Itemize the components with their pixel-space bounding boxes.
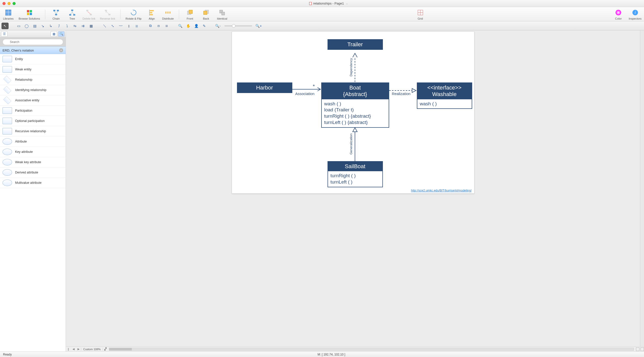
library-close-icon[interactable]: × <box>59 48 63 52</box>
toolbar-color-button[interactable]: Color <box>613 9 624 20</box>
zoom-in-button[interactable]: 🔍+ <box>255 23 262 29</box>
uml-class-trailer[interactable]: Trailer <box>328 39 383 50</box>
toolbar-rotate-flip-button[interactable]: Rotate & Flip <box>126 9 142 20</box>
uml-class-sailboat[interactable]: SailBoat turnRight ( )turnLeft ( ) <box>328 161 383 187</box>
sidebar-tab-search[interactable]: 🔍 <box>58 31 65 37</box>
vertical-scrollbar[interactable] <box>640 30 644 346</box>
library-header[interactable]: ERD, Chen's notation × <box>0 47 66 54</box>
line1-button[interactable]: ＼ <box>101 23 108 29</box>
shape-thumb-icon <box>3 149 12 155</box>
toolbar-chain-button[interactable]: Chain <box>50 9 62 20</box>
pan-button[interactable]: ✋ <box>185 23 192 29</box>
libraries-icon <box>4 9 12 17</box>
shape-item[interactable]: Key attribute <box>0 147 66 157</box>
close-window-icon[interactable] <box>3 2 6 5</box>
search-input[interactable] <box>3 39 63 45</box>
toolbar-label: Back <box>203 17 209 20</box>
pause-icon[interactable]: ‖ <box>66 347 71 351</box>
footer-link[interactable]: http://sce2.umkc.edu/BIT/burrise/pl/mode… <box>411 189 472 192</box>
toolbar-identical-button[interactable]: Identical <box>216 9 228 20</box>
title-dropdown-icon[interactable]: ⌄ <box>346 2 348 5</box>
toolbar-inspectors-button[interactable]: iInspectors <box>629 9 641 20</box>
shape-item[interactable]: Optional participation <box>0 116 66 126</box>
next-page-button[interactable]: ▶ <box>76 347 81 351</box>
prev-page-button[interactable]: ◀ <box>71 347 76 351</box>
minimize-window-icon[interactable] <box>8 2 11 5</box>
ellipse-tool-button[interactable]: ◯ <box>23 23 30 29</box>
sidebar-tab-outline[interactable]: ☰ <box>1 31 8 37</box>
uml-interface-washable[interactable]: <<interface>> Washable wash ( ) <box>417 82 472 109</box>
connector4-button[interactable]: ⤵ <box>63 23 70 29</box>
front-icon <box>186 9 194 17</box>
crop1-button[interactable]: ⧉ <box>147 23 154 29</box>
shape-thumb-icon <box>3 138 12 145</box>
color-icon <box>614 9 622 17</box>
toolbar-tree-button[interactable]: Tree <box>66 9 78 20</box>
shape-label: Participation <box>15 109 32 112</box>
line3-button[interactable]: 〰 <box>117 23 124 29</box>
canvas-page[interactable]: Trailer Harbor Boat {Abstract} <box>232 31 474 194</box>
toolbar-front-button[interactable]: Front <box>184 9 196 20</box>
view-mode-1-icon[interactable] <box>636 347 639 351</box>
line2-button[interactable]: ⤡ <box>109 23 116 29</box>
zoom-stepper-icon[interactable]: ▞ <box>103 347 108 351</box>
toolbar-distribute-button[interactable]: Distribute <box>162 9 174 20</box>
shape-item[interactable]: Associative entity <box>0 95 66 106</box>
label-multiplicity: * <box>313 83 315 89</box>
toolbar-label: Reverse link <box>100 17 115 20</box>
toolbar-label: Distribute <box>162 17 174 20</box>
canvas-scroll[interactable]: Trailer Harbor Boat {Abstract} <box>66 30 640 346</box>
connector3-button[interactable]: ⤴ <box>55 23 62 29</box>
connector1-button[interactable]: ↘ <box>39 23 46 29</box>
shape-item[interactable]: Participation <box>0 106 66 116</box>
shape-item[interactable]: Derived attribute <box>0 167 66 178</box>
sidebar-tab-grid[interactable]: ▦ <box>51 31 57 37</box>
toolbar-back-button[interactable]: Back <box>200 9 212 20</box>
toolbar-label: Browse Solutions <box>19 17 40 20</box>
uml-class-boat[interactable]: Boat {Abstract} wash ( )load (Trailer t)… <box>321 82 389 128</box>
shape-item[interactable]: Multivalue attribute <box>0 178 66 188</box>
rect-tool-button[interactable]: ▭ <box>15 23 22 29</box>
shape-item[interactable]: Weak key attribute <box>0 157 66 167</box>
shape-thumb-icon <box>3 169 12 176</box>
shape-item[interactable]: Recursive relationship <box>0 126 66 137</box>
toolbar-grid-button[interactable]: Grid <box>415 9 426 20</box>
shape-item[interactable]: Weak entity <box>0 64 66 75</box>
stamp-button[interactable]: 👤 <box>193 23 200 29</box>
crop3-button[interactable]: ⧇ <box>163 23 170 29</box>
uml-class-harbor[interactable]: Harbor <box>237 82 292 93</box>
connector7-button[interactable]: ▦ <box>88 23 95 29</box>
connector5-button[interactable]: ⇆ <box>71 23 78 29</box>
tree-icon <box>68 9 76 17</box>
toolbar-align-button[interactable]: Align <box>146 9 157 20</box>
zoom-out-button[interactable]: 🔍- <box>214 23 221 29</box>
toolbar-label: Tree <box>69 17 75 20</box>
shape-item[interactable]: Attribute <box>0 137 66 147</box>
zoom-value[interactable]: Custom 108% <box>81 348 103 351</box>
horizontal-scrollbar[interactable] <box>109 348 634 351</box>
toolbar-libraries-button[interactable]: Libraries <box>3 9 14 20</box>
svg-line-15 <box>88 12 91 14</box>
svg-rect-6 <box>30 13 32 15</box>
zoom-slider[interactable] <box>224 25 252 26</box>
connector6-button[interactable]: ⇉ <box>79 23 87 29</box>
align-icon <box>148 9 156 17</box>
view-mode-2-icon[interactable] <box>640 347 644 351</box>
shape-thumb-icon <box>3 86 11 94</box>
window-title: relationships - Page1 <box>313 2 344 5</box>
eyedropper-button[interactable]: ✎ <box>201 23 208 29</box>
line4-button[interactable]: ⫿ <box>125 23 132 29</box>
connector2-button[interactable]: ↳ <box>47 23 54 29</box>
crop2-button[interactable]: ⧈ <box>155 23 162 29</box>
text-tool-button[interactable]: ▤ <box>31 23 38 29</box>
shape-item[interactable]: Relationship <box>0 75 66 85</box>
shape-item[interactable]: Identifying relationship <box>0 85 66 95</box>
shape-item[interactable]: Entity <box>0 54 66 64</box>
pointer-tool-button[interactable]: ↖ <box>2 23 9 29</box>
inspectors-icon: i <box>631 9 639 17</box>
zoom-window-icon[interactable] <box>13 2 16 5</box>
magnify-button[interactable]: 🔍 <box>177 23 184 29</box>
browse-icon <box>25 9 33 17</box>
toolbar-browse-button[interactable]: Browse Solutions <box>19 9 40 20</box>
line5-button[interactable]: ⫼ <box>133 23 140 29</box>
